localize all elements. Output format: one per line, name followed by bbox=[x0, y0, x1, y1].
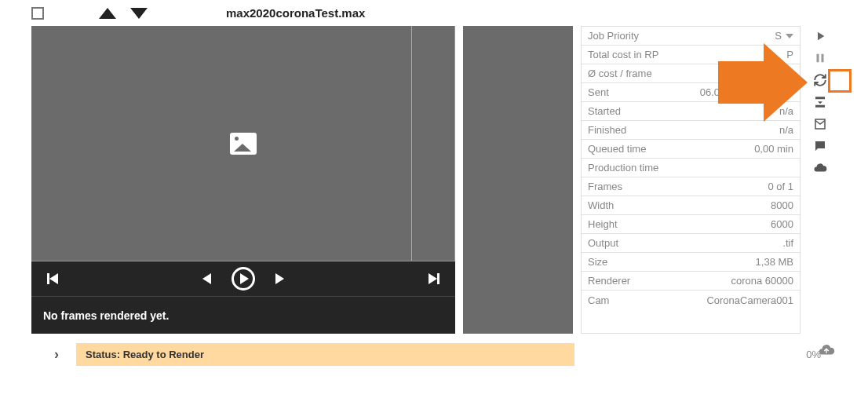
info-label: Renderer bbox=[588, 275, 630, 287]
start-render-button[interactable] bbox=[811, 27, 829, 45]
status-row: › Status: Ready to Render 0% bbox=[0, 334, 868, 366]
preview-status-message: No frames rendered yet. bbox=[31, 296, 455, 334]
svg-rect-1 bbox=[822, 54, 824, 63]
refresh-button[interactable] bbox=[811, 71, 829, 89]
info-value: 0,00 RP bbox=[757, 68, 793, 79]
info-label: Frames bbox=[588, 181, 622, 192]
info-label: Ø cost / frame bbox=[588, 68, 652, 79]
info-value: CoronaCamera001 bbox=[706, 294, 793, 306]
info-row-priority: Job Priority S bbox=[582, 27, 800, 46]
play-button[interactable] bbox=[232, 267, 255, 291]
info-value: 0,00 min bbox=[754, 143, 793, 155]
svg-rect-0 bbox=[817, 54, 819, 63]
info-label: Job Priority bbox=[588, 30, 639, 42]
info-row: Queued time0,00 min bbox=[582, 140, 800, 159]
info-label: Size bbox=[588, 256, 607, 268]
info-value: n/a bbox=[779, 124, 793, 136]
move-up-button[interactable] bbox=[99, 8, 116, 19]
select-checkbox[interactable] bbox=[31, 7, 44, 20]
info-row: Total cost in RPP bbox=[582, 46, 800, 64]
image-placeholder-icon bbox=[230, 133, 257, 155]
expand-chevron-icon[interactable]: › bbox=[49, 346, 64, 363]
info-row: Output.tif bbox=[582, 234, 800, 253]
next-frame-button[interactable] bbox=[275, 273, 284, 284]
info-row: Height6000 bbox=[582, 215, 800, 234]
info-row: Renderercorona 60000 bbox=[582, 272, 800, 291]
preview-viewport bbox=[31, 26, 455, 261]
status-bar: Status: Ready to Render bbox=[76, 343, 574, 366]
info-label: Queued time bbox=[588, 143, 646, 155]
move-down-button[interactable] bbox=[130, 8, 148, 19]
info-label: Started bbox=[588, 105, 621, 117]
info-value: n/a bbox=[779, 105, 793, 117]
info-label: Cam bbox=[588, 294, 609, 306]
cloud-upload-button[interactable] bbox=[818, 342, 835, 359]
info-row: Ø cost / frame0,00 RP bbox=[582, 64, 800, 83]
pause-render-button[interactable] bbox=[811, 49, 829, 67]
skip-end-button[interactable] bbox=[429, 273, 439, 284]
info-label: Total cost in RP bbox=[588, 49, 658, 60]
info-value: .tif bbox=[782, 237, 793, 249]
info-label: Sent bbox=[588, 86, 609, 98]
info-row: Size1,38 MB bbox=[582, 253, 800, 272]
nav-arrows bbox=[99, 8, 148, 19]
skip-start-button[interactable] bbox=[47, 273, 58, 284]
chevron-down-icon bbox=[786, 34, 793, 38]
preview-panel: No frames rendered yet. bbox=[31, 26, 455, 334]
cloud-button[interactable] bbox=[811, 159, 829, 177]
svg-rect-3 bbox=[815, 105, 825, 108]
info-value: P bbox=[786, 49, 793, 60]
filename-label: max2020coronaTest.max bbox=[226, 6, 365, 20]
info-row: Frames0 of 1 bbox=[582, 177, 800, 196]
info-row: Startedn/a bbox=[582, 102, 800, 121]
actions-column bbox=[808, 26, 832, 334]
info-row: Width8000 bbox=[582, 196, 800, 215]
header-bar: max2020coronaTest.max bbox=[0, 0, 868, 26]
info-label: Height bbox=[588, 218, 618, 230]
email-button[interactable] bbox=[811, 115, 829, 133]
info-label: Output bbox=[588, 237, 618, 249]
job-info-panel: Job Priority S Total cost in RPP Ø cost … bbox=[581, 26, 801, 334]
info-label: Width bbox=[588, 199, 614, 211]
info-row: Production time bbox=[582, 159, 800, 177]
info-label: Production time bbox=[588, 162, 658, 174]
info-value: 6000 bbox=[771, 218, 793, 230]
info-value: corona 60000 bbox=[731, 275, 793, 287]
message-button[interactable] bbox=[811, 137, 829, 155]
playback-controls bbox=[31, 261, 455, 296]
info-label: Finished bbox=[588, 124, 626, 136]
info-row: Sent06.01.2021 12:25:30 bbox=[582, 83, 800, 102]
priority-dropdown[interactable]: S bbox=[775, 30, 793, 42]
download-button[interactable] bbox=[811, 93, 829, 111]
info-value: 0 of 1 bbox=[768, 181, 793, 192]
preview-divider bbox=[411, 26, 454, 261]
info-row: CamCoronaCamera001 bbox=[582, 291, 800, 309]
prev-frame-button[interactable] bbox=[202, 273, 211, 284]
info-value: 06.01.2021 12:25:30 bbox=[700, 86, 793, 98]
side-preview-panel bbox=[463, 26, 573, 334]
info-value: 8000 bbox=[771, 199, 793, 211]
svg-rect-2 bbox=[815, 97, 825, 99]
main-content: No frames rendered yet. Job Priority S T… bbox=[0, 26, 868, 334]
info-value: 1,38 MB bbox=[756, 256, 793, 268]
info-row: Finishedn/a bbox=[582, 121, 800, 140]
